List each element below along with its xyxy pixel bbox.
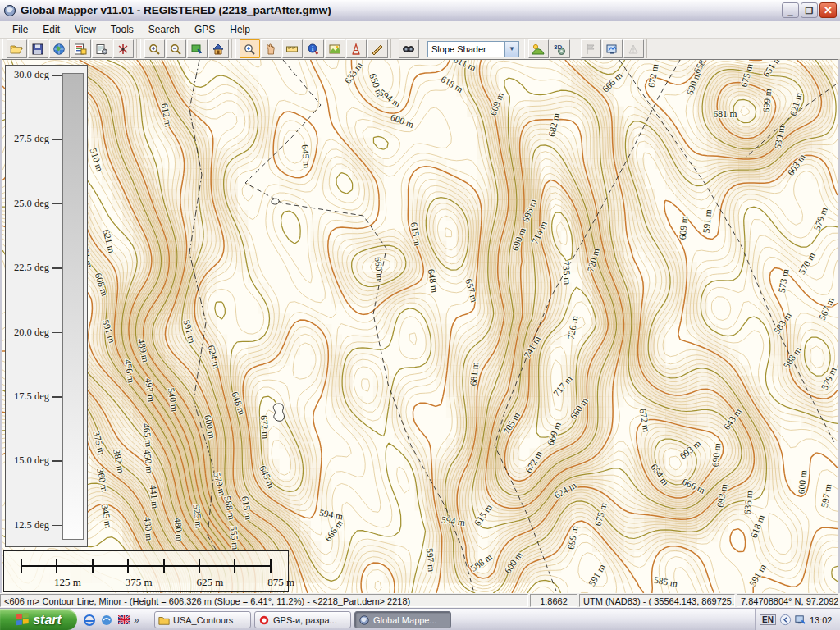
menu-view[interactable]: View <box>67 21 103 38</box>
open-icon[interactable] <box>7 39 27 58</box>
scale-label: 375 m <box>114 576 163 589</box>
task-usa-contours[interactable]: USA_Contours <box>154 611 251 628</box>
elevation-label: 645 m <box>300 144 312 169</box>
task-gps-[interactable]: GPS-и, разра... <box>254 611 351 628</box>
legend-tick: 12.5 deg <box>6 519 87 531</box>
threed-settings-icon[interactable]: 3D <box>550 39 570 58</box>
online-data-icon[interactable] <box>49 39 70 58</box>
coverage-icon[interactable] <box>325 39 345 58</box>
menu-edit[interactable]: Edit <box>35 21 67 38</box>
hide-icons-chevron-icon[interactable] <box>779 614 792 626</box>
digitizer-tool-icon[interactable] <box>346 39 367 58</box>
shader-select-value: Slope Shader <box>428 44 504 54</box>
zoom-in-icon[interactable] <box>144 39 165 58</box>
scale-bar-line <box>21 565 271 567</box>
task-label: GPS-и, разра... <box>273 615 337 625</box>
menu-search[interactable]: Search <box>141 21 187 38</box>
language-indicator[interactable]: EN <box>760 614 776 625</box>
slope-shader-legend: 30.0 deg27.5 deg25.0 deg22.5 deg20.0 deg… <box>5 65 88 547</box>
home-icon[interactable] <box>208 39 229 58</box>
legend-tick: 17.5 deg <box>6 390 87 402</box>
pond <box>273 404 284 421</box>
legend-tick-label: 22.5 deg <box>14 262 49 274</box>
feature-info-icon[interactable]: i <box>304 39 324 58</box>
legend-tick: 20.0 deg <box>6 326 87 338</box>
elevation-label: 591 m <box>701 209 713 234</box>
display-tray-icon[interactable] <box>794 614 806 626</box>
shader-options-icon[interactable] <box>528 39 549 58</box>
internet-explorer-icon[interactable] <box>82 613 97 628</box>
status-feature-info: <606 m> Contour Line, Minor - (Height = … <box>0 594 528 607</box>
mesh-icon[interactable] <box>623 39 644 58</box>
legend-tick-label: 12.5 deg <box>14 519 49 532</box>
pond <box>272 199 279 204</box>
legend-tick: 25.0 deg <box>6 198 87 209</box>
elevation-label: 681 m <box>713 109 737 119</box>
shader-select[interactable]: Slope Shader▼ <box>427 41 519 57</box>
browser-icon[interactable] <box>99 613 114 628</box>
start-button[interactable]: start <box>0 609 77 630</box>
app-globe-icon <box>3 4 16 17</box>
globalmapper-icon <box>358 614 370 626</box>
legend-tick-label: 20.0 deg <box>14 326 49 339</box>
legend-tick: 15.0 deg <box>6 454 87 466</box>
elevation-label: 555 m <box>229 526 240 550</box>
scale-tick <box>127 559 129 573</box>
control-center-icon[interactable] <box>71 39 91 58</box>
legend-tick-label: 17.5 deg <box>14 390 49 403</box>
legend-tick: 22.5 deg <box>6 262 87 273</box>
path-profile-icon[interactable] <box>368 39 388 58</box>
zoom-out-icon[interactable] <box>166 39 186 58</box>
elevation-label: 735 m <box>561 261 573 285</box>
elevation-label: 636 m <box>742 491 754 515</box>
measure-tool-icon[interactable] <box>282 39 303 58</box>
folder-icon <box>158 614 170 626</box>
pan-tool-icon[interactable] <box>261 39 281 58</box>
uk-flag-icon[interactable] <box>116 613 131 628</box>
title-bar: Global Mapper v11.01 - REGISTERED (2218_… <box>0 0 840 21</box>
flag-icon[interactable] <box>581 39 601 58</box>
windows-flag-icon <box>16 613 30 627</box>
full-view-icon[interactable] <box>187 39 208 58</box>
menu-help[interactable]: Help <box>222 21 258 38</box>
restore-button[interactable]: ❐ <box>801 2 818 18</box>
close-button[interactable]: ✕ <box>819 2 837 18</box>
scale-tick <box>163 559 165 573</box>
elevation-label: 600 m <box>797 470 808 495</box>
scale-tick <box>21 559 22 573</box>
task-label: Global Mappe... <box>373 615 437 625</box>
scale-tick <box>56 559 57 573</box>
scale-tick <box>92 559 94 573</box>
scale-tick <box>199 559 200 573</box>
configuration-icon[interactable] <box>92 39 112 58</box>
dropdown-arrow-icon[interactable]: ▼ <box>504 42 518 57</box>
status-bar: <606 m> Contour Line, Minor - (Height = … <box>0 593 840 608</box>
elevation-label: 681 m <box>468 362 480 386</box>
start-label: start <box>33 613 62 628</box>
toolbar: iSlope Shader▼3D <box>0 39 840 60</box>
search-icon[interactable] <box>399 39 419 58</box>
elevation-label: 690 m <box>710 443 722 468</box>
minimize-button[interactable]: _ <box>782 2 799 18</box>
task-global-mappe-[interactable]: Global Mappe... <box>354 611 451 628</box>
scale-bar: 125 m375 m625 m875 m <box>3 550 289 592</box>
taskbar: start » USA_ContoursGPS-и, разра...Globa… <box>0 608 840 630</box>
elevation-label: 597 m <box>425 548 436 573</box>
contour-map[interactable]: 612 m510 m621 m501 m608 m591 m633 m650 m… <box>2 60 838 593</box>
svg-text:3D: 3D <box>554 43 562 51</box>
save-icon[interactable] <box>28 39 48 58</box>
opera-icon <box>258 614 270 626</box>
scale-label: 125 m <box>43 576 92 589</box>
scale-label: 875 m <box>257 576 306 589</box>
options-icon[interactable] <box>113 39 134 58</box>
quick-launch-overflow-chevron[interactable]: » <box>134 614 139 626</box>
menu-tools[interactable]: Tools <box>103 21 141 38</box>
status-map-scale: 1:8662 <box>530 594 578 607</box>
menu-gps[interactable]: GPS <box>187 21 222 38</box>
quick-launch: » <box>82 611 149 628</box>
threed-view-icon[interactable] <box>602 39 623 58</box>
menu-file[interactable]: File <box>5 21 35 38</box>
zoom-tool-icon[interactable] <box>240 39 260 58</box>
map-view[interactable]: 612 m510 m621 m501 m608 m591 m633 m650 m… <box>2 60 838 593</box>
system-tray: EN 13:02 <box>755 609 840 630</box>
